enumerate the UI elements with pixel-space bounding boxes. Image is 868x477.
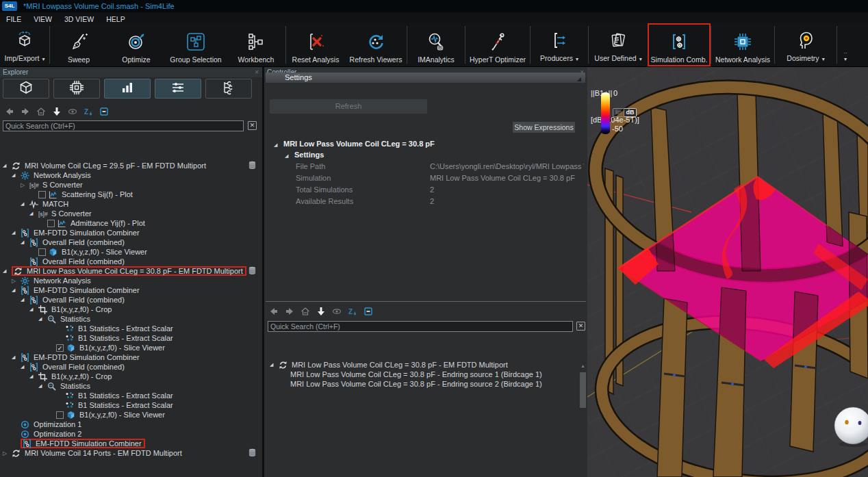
nav-forward-icon[interactable]	[21, 107, 30, 116]
tree-item[interactable]: Overall Field (combined)	[0, 257, 262, 266]
tree-item[interactable]: ✓B1(x,y,z,f0) - Slice Viewer	[0, 343, 262, 352]
tree-item[interactable]: ◢B1(x,y,z,f0) - Crop	[0, 372, 262, 381]
expanded-arrow-icon[interactable]: ◢	[29, 211, 38, 216]
expanded-arrow-icon[interactable]: ◢	[21, 201, 29, 207]
view-button-tree-view[interactable]	[205, 79, 252, 99]
collapsed-arrow-icon[interactable]: ▷	[21, 182, 29, 188]
checkbox[interactable]: ✓	[56, 344, 64, 352]
tree-item[interactable]: B1(x,y,z,f0) - Slice Viewer	[0, 247, 262, 257]
db-scale-button[interactable]: dB	[624, 108, 637, 117]
settings-collapsible-bar[interactable]: Settings ◢	[266, 73, 585, 83]
tree-item[interactable]: EM-FDTD Simulation Combiner	[0, 439, 262, 448]
3d-viewport[interactable]: ||B1+|| [dB(9.04e-5T)] 0 -50 lin dB	[587, 67, 868, 477]
tree-item[interactable]: Optimization 2	[0, 429, 262, 439]
tree-item[interactable]: Optimization 1	[0, 420, 262, 429]
search-input[interactable]	[3, 120, 244, 131]
source-item[interactable]: MRI Low Pass Volume Coil CLeg = 30.8 pF …	[264, 379, 579, 389]
clear-search-icon[interactable]: ✕	[576, 322, 585, 331]
tree-item[interactable]: ◢Network Analysis	[0, 170, 262, 180]
settings-root-item[interactable]: ◢MRI Low Pass Volume Coil CLeg = 30.8 pF	[264, 138, 587, 149]
toolbar-overflow-button[interactable]: ..▾	[837, 23, 854, 66]
tree-item[interactable]: ◢Overall Field (combined)	[0, 295, 262, 305]
scrollbar[interactable]: ▲	[580, 363, 586, 475]
view-button-analysis-view[interactable]	[104, 79, 151, 99]
toolbar-button-imanalytics[interactable]: IMAnalytics	[407, 23, 465, 66]
toolbar-button-dosimetry[interactable]: Dosimetry▾	[775, 23, 837, 66]
toolbar-button-simulation-comb[interactable]: Simulation Comb.	[648, 23, 711, 66]
tree-item[interactable]: ◢Statistics	[0, 314, 262, 324]
expanded-arrow-icon[interactable]: ◢	[12, 287, 21, 293]
expand-arrow-icon[interactable]: ◢	[274, 140, 283, 151]
checkbox[interactable]	[38, 191, 46, 198]
toolbar-button-user-defined[interactable]: User Defined▾	[589, 23, 648, 66]
scroll-up-icon[interactable]: ▲	[580, 363, 586, 370]
toolbar-button-reset-analysis[interactable]: Reset Analysis	[286, 23, 345, 66]
expanded-arrow-icon[interactable]: ◢	[21, 240, 29, 245]
refresh-button[interactable]: Refresh	[270, 99, 427, 114]
checkbox[interactable]	[47, 220, 55, 227]
toolbar-button-workbench[interactable]: Workbench	[227, 23, 285, 66]
toolbar-button-imp-export[interactable]: Imp/Export▾	[0, 23, 49, 66]
expand-arrow-icon[interactable]: ◢	[285, 150, 294, 162]
search-input[interactable]	[268, 321, 573, 332]
tree-item[interactable]: ▷Network Analysis	[0, 276, 262, 285]
dropdown-arrow-icon[interactable]: ▾	[639, 56, 642, 62]
view-button-simulation-view[interactable]	[53, 79, 100, 99]
toolbar-button-sweep[interactable]: Sweep	[50, 23, 107, 66]
expanded-arrow-icon[interactable]: ◢	[29, 307, 38, 312]
tree-item[interactable]: ▷MRI Volume Coil 14 Ports - EM FDTD Mult…	[0, 448, 262, 458]
expanded-arrow-icon[interactable]: ◢	[12, 172, 21, 178]
nav-back-icon[interactable]	[5, 107, 14, 116]
nav-move-down-icon[interactable]	[316, 307, 326, 316]
dropdown-arrow-icon[interactable]: ▾	[42, 56, 44, 62]
expanded-arrow-icon[interactable]: ◢	[270, 362, 279, 368]
tree-item[interactable]: ◢Overall Field (combined)	[0, 237, 262, 247]
close-icon[interactable]: ×	[255, 67, 259, 77]
expanded-arrow-icon[interactable]: ◢	[21, 364, 29, 370]
nav-sort-z-icon[interactable]: Z	[84, 107, 93, 116]
nav-move-down-icon[interactable]	[52, 107, 62, 116]
nav-collapse-all-icon[interactable]	[363, 307, 373, 316]
nav-collapse-all-icon[interactable]	[99, 107, 109, 116]
tree-item[interactable]: B1(x,y,z,f0) - Slice Viewer	[0, 410, 262, 420]
tree-item[interactable]: B1 Statistics - Extract Scalar	[0, 391, 262, 400]
nav-home-icon[interactable]	[36, 107, 46, 116]
tree-item[interactable]: ◢MRI Volume Coil CLeg = 29.5 pF - EM FDT…	[0, 161, 262, 170]
toolbar-button-network-analysis[interactable]: Network Analysis	[711, 23, 774, 66]
tree-item[interactable]: ◢MRI Low Pass Volume Coil CLeg = 30.8 pF…	[0, 266, 262, 276]
source-root-item[interactable]: ◢MRI Low Pass Volume Coil CLeg = 30.8 pF…	[264, 360, 579, 370]
tree-item[interactable]: Admittance Yij(f) - Plot	[0, 218, 262, 228]
toolbar-button-producers[interactable]: Producers▾	[531, 23, 588, 66]
tree-item[interactable]: ◢MATCH	[0, 199, 262, 209]
tree-item[interactable]: ▷[s]#S Converter	[0, 180, 262, 190]
expanded-arrow-icon[interactable]: ◢	[3, 163, 12, 168]
clear-search-icon[interactable]: ✕	[248, 121, 257, 130]
settings-group-item[interactable]: ◢Settings	[264, 149, 587, 161]
expanded-arrow-icon[interactable]: ◢	[38, 383, 47, 389]
toolbar-button-optimize[interactable]: Optimize	[107, 23, 165, 66]
dropdown-arrow-icon[interactable]: ▾	[576, 56, 578, 62]
show-expressions-button[interactable]: Show Expressions	[513, 122, 575, 133]
tree-item[interactable]: ◢B1(x,y,z,f0) - Crop	[0, 305, 262, 314]
nav-visibility-icon[interactable]	[68, 107, 77, 116]
expanded-arrow-icon[interactable]: ◢	[12, 230, 21, 235]
nav-back-icon[interactable]	[269, 307, 279, 316]
scrollbar-thumb[interactable]	[580, 372, 586, 408]
nav-visibility-icon[interactable]	[332, 307, 342, 316]
toolbar-button-hypert-optimizer[interactable]: HyperT Optimizer	[465, 23, 530, 66]
tree-item[interactable]: ◢Overall Field (combined)	[0, 362, 262, 372]
tree-item[interactable]: B1 Statistics - Extract Scalar	[0, 324, 262, 333]
tree-item[interactable]: ◢[s]#S Converter	[0, 209, 262, 218]
expanded-arrow-icon[interactable]: ◢	[12, 354, 21, 360]
tree-item[interactable]: ◢EM-FDTD Simulation Combiner	[0, 352, 262, 362]
tree-item[interactable]: B1 Statistics - Extract Scalar	[0, 400, 262, 410]
checkbox[interactable]	[38, 248, 46, 256]
expanded-arrow-icon[interactable]: ◢	[38, 316, 47, 322]
linear-scale-button[interactable]: lin	[613, 108, 624, 117]
nav-forward-icon[interactable]	[285, 307, 294, 316]
view-button-properties-view[interactable]	[155, 79, 201, 99]
expanded-arrow-icon[interactable]: ◢	[3, 268, 12, 274]
expanded-arrow-icon[interactable]: ◢	[21, 297, 29, 302]
dropdown-arrow-icon[interactable]: ▾	[822, 56, 825, 62]
expanded-arrow-icon[interactable]: ◢	[29, 374, 38, 379]
